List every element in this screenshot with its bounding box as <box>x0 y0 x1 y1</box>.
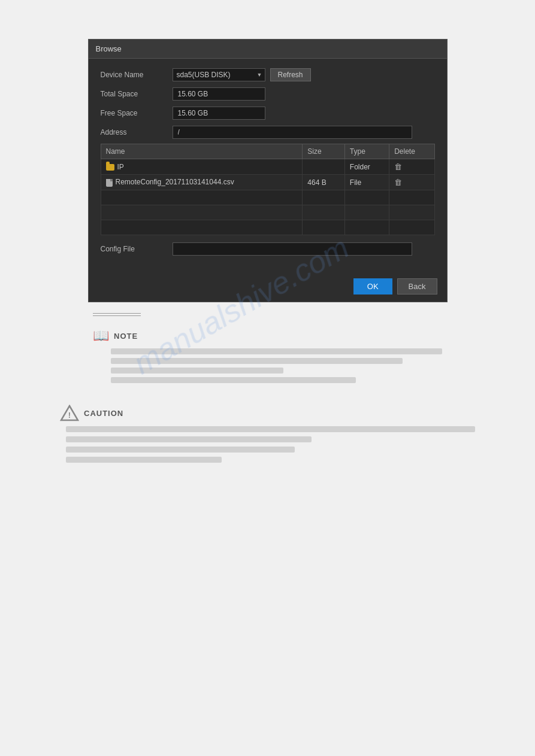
device-name-controls: sda5(USB DISK) Refresh <box>173 68 311 81</box>
note-text-line <box>111 377 356 383</box>
col-delete: Delete <box>389 144 434 159</box>
device-select-wrapper[interactable]: sda5(USB DISK) <box>173 68 265 81</box>
ok-button[interactable]: OK <box>353 278 392 294</box>
note-text-line <box>111 348 442 354</box>
file-table: Name Size Type Delete IPFolder🗑RemoteCon… <box>101 144 435 235</box>
free-space-label: Free Space <box>101 109 173 117</box>
cell-empty <box>101 190 303 205</box>
cell-size <box>303 159 344 175</box>
back-button[interactable]: Back <box>397 278 437 294</box>
caution-text-line <box>66 457 222 463</box>
browse-dialog: Browse Device Name sda5(USB DISK) Refres… <box>88 39 448 302</box>
file-icon <box>106 179 113 187</box>
device-name-row: Device Name sda5(USB DISK) Refresh <box>101 68 435 81</box>
dialog-footer: OK Back <box>89 274 447 302</box>
device-name-select[interactable]: sda5(USB DISK) <box>173 68 265 81</box>
config-file-row: Config File <box>101 242 435 256</box>
dialog-title: Browse <box>96 44 122 53</box>
caution-triangle-icon: ! <box>60 405 79 421</box>
delete-icon[interactable]: 🗑 <box>394 178 402 187</box>
total-space-input <box>173 87 265 101</box>
note-header: 📖 NOTE <box>93 328 442 344</box>
caution-text-lines <box>60 426 475 463</box>
dialog-titlebar: Browse <box>89 40 447 59</box>
cell-type: Folder <box>344 159 389 175</box>
cell-name: RemoteConfig_20171103141044.csv <box>101 175 303 190</box>
sep-line-1 <box>93 313 141 314</box>
caution-text-line <box>66 426 475 432</box>
address-input[interactable] <box>173 126 412 139</box>
note-section: 📖 NOTE <box>0 322 535 389</box>
caution-section: ! CAUTION <box>0 399 535 469</box>
svg-text:!: ! <box>68 411 71 420</box>
col-size: Size <box>303 144 344 159</box>
free-space-input <box>173 107 265 120</box>
dialog-body: Device Name sda5(USB DISK) Refresh Total… <box>89 59 447 274</box>
caution-header: ! CAUTION <box>60 405 475 421</box>
cell-type: File <box>344 175 389 190</box>
cell-delete[interactable]: 🗑 <box>389 159 434 175</box>
sep-line-2 <box>93 315 141 316</box>
cell-empty <box>101 205 303 220</box>
caution-label: CAUTION <box>84 409 123 418</box>
free-space-row: Free Space <box>101 107 435 120</box>
config-file-input[interactable] <box>173 242 412 256</box>
note-text-line <box>111 368 283 374</box>
table-row[interactable]: RemoteConfig_20171103141044.csv464 BFile… <box>101 175 434 190</box>
separator-lines <box>93 313 141 316</box>
cell-empty <box>101 220 303 235</box>
cell-name: IP <box>101 159 303 175</box>
refresh-button[interactable]: Refresh <box>270 68 311 81</box>
note-label: NOTE <box>114 332 138 341</box>
table-row-empty <box>101 205 434 220</box>
caution-text-line <box>66 436 312 442</box>
note-text-lines <box>93 348 442 383</box>
dialog-wrapper: Browse Device Name sda5(USB DISK) Refres… <box>0 0 535 302</box>
note-book-icon: 📖 <box>93 328 109 344</box>
total-space-label: Total Space <box>101 90 173 98</box>
config-file-label: Config File <box>101 245 173 253</box>
cell-size: 464 B <box>303 175 344 190</box>
table-row[interactable]: IPFolder🗑 <box>101 159 434 175</box>
delete-icon[interactable]: 🗑 <box>394 162 402 171</box>
device-name-label: Device Name <box>101 71 173 79</box>
address-row: Address <box>101 126 435 139</box>
col-name: Name <box>101 144 303 159</box>
table-row-empty <box>101 220 434 235</box>
note-text-line <box>111 358 403 364</box>
table-row-empty <box>101 190 434 205</box>
cell-delete[interactable]: 🗑 <box>389 175 434 190</box>
col-type: Type <box>344 144 389 159</box>
address-label: Address <box>101 128 173 136</box>
folder-icon <box>106 164 114 171</box>
table-header-row: Name Size Type Delete <box>101 144 434 159</box>
total-space-row: Total Space <box>101 87 435 101</box>
caution-text-line <box>66 447 295 453</box>
